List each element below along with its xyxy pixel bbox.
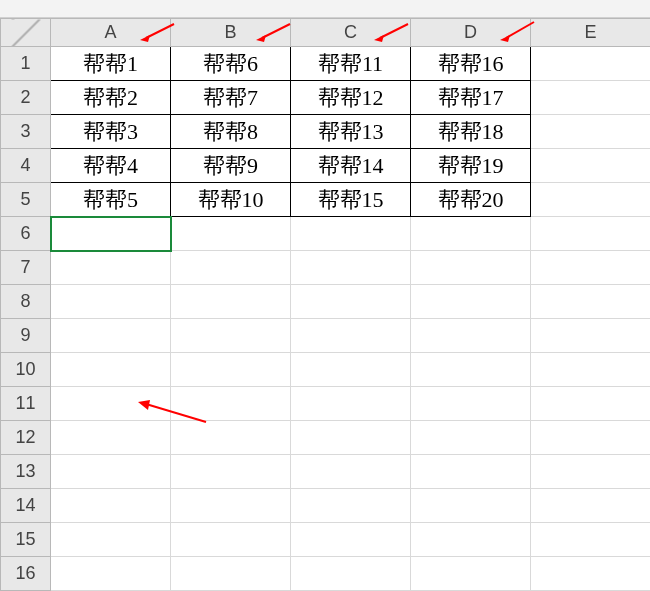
row-header-9[interactable]: 9 <box>1 319 51 353</box>
cell-c5[interactable]: 帮帮15 <box>291 183 411 217</box>
cell-b15[interactable] <box>171 523 291 557</box>
cell-a8[interactable] <box>51 285 171 319</box>
cell-a4[interactable]: 帮帮4 <box>51 149 171 183</box>
cell-e4[interactable] <box>531 149 651 183</box>
cell-a9[interactable] <box>51 319 171 353</box>
cell-c1[interactable]: 帮帮11 <box>291 47 411 81</box>
row-header-2[interactable]: 2 <box>1 81 51 115</box>
cell-b12[interactable] <box>171 421 291 455</box>
row-header-16[interactable]: 16 <box>1 557 51 591</box>
row-header-1[interactable]: 1 <box>1 47 51 81</box>
row-header-10[interactable]: 10 <box>1 353 51 387</box>
cell-e7[interactable] <box>531 251 651 285</box>
cell-a13[interactable] <box>51 455 171 489</box>
cell-c13[interactable] <box>291 455 411 489</box>
cell-c2[interactable]: 帮帮12 <box>291 81 411 115</box>
cell-c3[interactable]: 帮帮13 <box>291 115 411 149</box>
cell-d12[interactable] <box>411 421 531 455</box>
cell-b6[interactable] <box>171 217 291 251</box>
cell-a7[interactable] <box>51 251 171 285</box>
cell-d10[interactable] <box>411 353 531 387</box>
row-header-12[interactable]: 12 <box>1 421 51 455</box>
cell-e12[interactable] <box>531 421 651 455</box>
cell-a6[interactable] <box>51 217 171 251</box>
cell-b13[interactable] <box>171 455 291 489</box>
cell-d13[interactable] <box>411 455 531 489</box>
cell-d3[interactable]: 帮帮18 <box>411 115 531 149</box>
cell-e16[interactable] <box>531 557 651 591</box>
row-header-13[interactable]: 13 <box>1 455 51 489</box>
cell-d15[interactable] <box>411 523 531 557</box>
cell-d6[interactable] <box>411 217 531 251</box>
row-header-11[interactable]: 11 <box>1 387 51 421</box>
cell-c7[interactable] <box>291 251 411 285</box>
cell-e11[interactable] <box>531 387 651 421</box>
cell-a10[interactable] <box>51 353 171 387</box>
row-header-14[interactable]: 14 <box>1 489 51 523</box>
cell-e15[interactable] <box>531 523 651 557</box>
cell-a15[interactable] <box>51 523 171 557</box>
cell-c16[interactable] <box>291 557 411 591</box>
cell-d4[interactable]: 帮帮19 <box>411 149 531 183</box>
col-header-d[interactable]: D <box>411 19 531 47</box>
cell-b3[interactable]: 帮帮8 <box>171 115 291 149</box>
cell-b4[interactable]: 帮帮9 <box>171 149 291 183</box>
cell-c6[interactable] <box>291 217 411 251</box>
cell-e10[interactable] <box>531 353 651 387</box>
row-header-6[interactable]: 6 <box>1 217 51 251</box>
row-header-4[interactable]: 4 <box>1 149 51 183</box>
cell-e3[interactable] <box>531 115 651 149</box>
cell-e13[interactable] <box>531 455 651 489</box>
cell-b5[interactable]: 帮帮10 <box>171 183 291 217</box>
cell-a12[interactable] <box>51 421 171 455</box>
cell-e1[interactable] <box>531 47 651 81</box>
cell-c4[interactable]: 帮帮14 <box>291 149 411 183</box>
cell-b11[interactable] <box>171 387 291 421</box>
cell-d5[interactable]: 帮帮20 <box>411 183 531 217</box>
cell-d9[interactable] <box>411 319 531 353</box>
cell-e9[interactable] <box>531 319 651 353</box>
cell-a14[interactable] <box>51 489 171 523</box>
row-header-8[interactable]: 8 <box>1 285 51 319</box>
cell-e2[interactable] <box>531 81 651 115</box>
cell-a11[interactable] <box>51 387 171 421</box>
row-header-5[interactable]: 5 <box>1 183 51 217</box>
cell-e6[interactable] <box>531 217 651 251</box>
row-header-7[interactable]: 7 <box>1 251 51 285</box>
col-header-b[interactable]: B <box>171 19 291 47</box>
cell-d16[interactable] <box>411 557 531 591</box>
spreadsheet-grid[interactable]: A B C D E 1 帮帮1 帮帮6 帮帮11 帮帮16 2 帮帮2 帮帮7 … <box>0 18 650 591</box>
cell-b7[interactable] <box>171 251 291 285</box>
cell-e5[interactable] <box>531 183 651 217</box>
cell-a2[interactable]: 帮帮2 <box>51 81 171 115</box>
cell-c14[interactable] <box>291 489 411 523</box>
cell-b2[interactable]: 帮帮7 <box>171 81 291 115</box>
cell-d8[interactable] <box>411 285 531 319</box>
row-header-3[interactable]: 3 <box>1 115 51 149</box>
cell-d14[interactable] <box>411 489 531 523</box>
cell-c11[interactable] <box>291 387 411 421</box>
col-header-c[interactable]: C <box>291 19 411 47</box>
cell-b9[interactable] <box>171 319 291 353</box>
select-all-corner[interactable] <box>1 19 51 47</box>
cell-e8[interactable] <box>531 285 651 319</box>
col-header-e[interactable]: E <box>531 19 651 47</box>
cell-c12[interactable] <box>291 421 411 455</box>
cell-a1[interactable]: 帮帮1 <box>51 47 171 81</box>
cell-c15[interactable] <box>291 523 411 557</box>
cell-b14[interactable] <box>171 489 291 523</box>
col-header-a[interactable]: A <box>51 19 171 47</box>
cell-d7[interactable] <box>411 251 531 285</box>
cell-d1[interactable]: 帮帮16 <box>411 47 531 81</box>
cell-e14[interactable] <box>531 489 651 523</box>
row-header-15[interactable]: 15 <box>1 523 51 557</box>
cell-b16[interactable] <box>171 557 291 591</box>
cell-c8[interactable] <box>291 285 411 319</box>
cell-c10[interactable] <box>291 353 411 387</box>
cell-d11[interactable] <box>411 387 531 421</box>
cell-a16[interactable] <box>51 557 171 591</box>
cell-d2[interactable]: 帮帮17 <box>411 81 531 115</box>
cell-a5[interactable]: 帮帮5 <box>51 183 171 217</box>
cell-a3[interactable]: 帮帮3 <box>51 115 171 149</box>
cell-b8[interactable] <box>171 285 291 319</box>
